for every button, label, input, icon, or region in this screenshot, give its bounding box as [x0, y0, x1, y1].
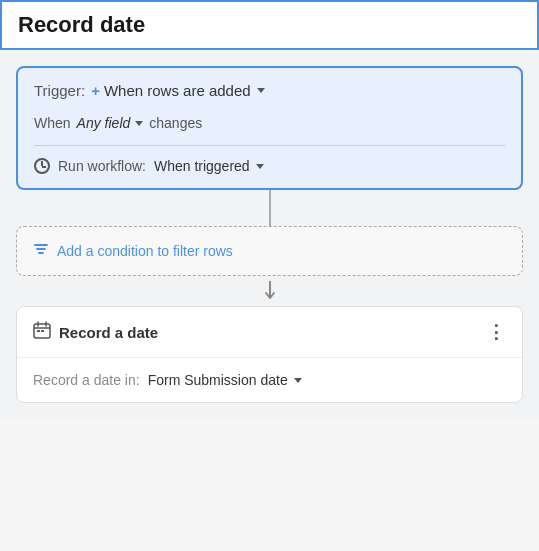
run-workflow-label: Run workflow: — [58, 158, 146, 174]
svg-rect-6 — [41, 330, 44, 332]
chevron-down-icon — [135, 121, 143, 126]
chevron-down-icon — [257, 88, 265, 93]
svg-rect-5 — [37, 330, 40, 332]
trigger-condition: When Any field changes — [34, 115, 505, 131]
trigger-header: Trigger: + When rows are added — [34, 82, 505, 99]
more-options-button[interactable]: ⋮ — [487, 321, 506, 343]
field-dropdown-value: Any field — [77, 115, 131, 131]
record-date-title-text: Record a date — [59, 324, 158, 341]
arrow-down — [262, 276, 278, 306]
divider — [34, 145, 505, 146]
filter-card[interactable]: Add a condition to filter rows — [16, 226, 523, 276]
date-dropdown[interactable]: Form Submission date — [148, 372, 302, 388]
record-in-label: Record a date in: — [33, 372, 140, 388]
plus-icon: + — [91, 82, 100, 99]
chevron-down-icon — [256, 164, 264, 169]
filter-icon — [33, 241, 49, 261]
date-dropdown-value: Form Submission date — [148, 372, 288, 388]
clock-icon — [34, 158, 50, 174]
filter-text: Add a condition to filter rows — [57, 243, 233, 259]
field-dropdown[interactable]: Any field — [77, 115, 144, 131]
trigger-label: Trigger: — [34, 82, 85, 99]
record-date-header: Record a date ⋮ — [17, 307, 522, 358]
trigger-action-button[interactable]: + When rows are added — [91, 82, 265, 99]
page-title: Record date — [0, 0, 539, 50]
record-date-title: Record a date — [33, 321, 158, 343]
record-date-card: Record a date ⋮ Record a date in: Form S… — [16, 306, 523, 403]
when-triggered-dropdown[interactable]: When triggered — [154, 158, 264, 174]
calendar-icon — [33, 321, 51, 343]
when-label: When — [34, 115, 71, 131]
when-triggered-value: When triggered — [154, 158, 250, 174]
chevron-down-icon — [294, 378, 302, 383]
changes-label: changes — [149, 115, 202, 131]
run-workflow-row: Run workflow: When triggered — [34, 158, 505, 174]
trigger-card: Trigger: + When rows are added When Any … — [16, 66, 523, 190]
record-date-body: Record a date in: Form Submission date — [17, 358, 522, 402]
connector-line — [269, 190, 271, 226]
trigger-action-text: When rows are added — [104, 82, 251, 99]
